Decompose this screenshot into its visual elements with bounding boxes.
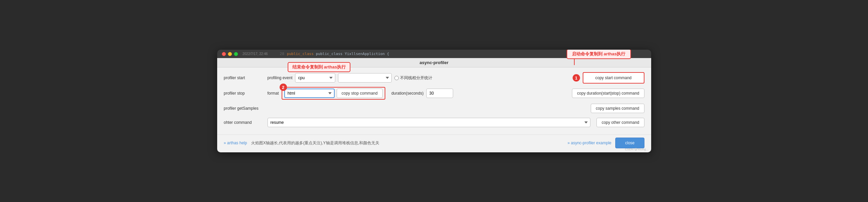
- copy-start-highlight: copy start command: [583, 72, 645, 83]
- radio-group: 不同线程分开统计: [394, 75, 432, 81]
- profiler-stop-label: profiler stop: [224, 91, 264, 96]
- event-label: profiling event: [268, 75, 293, 80]
- copy-start-button[interactable]: copy start command: [583, 73, 644, 83]
- profiler-start-row: profiler start profiling event cpu alloc…: [224, 72, 645, 83]
- dialog-titlebar: async-profiler: [217, 58, 651, 67]
- profiler-getsamples-row: profiler getSamples copy samples command: [224, 103, 645, 114]
- stop-command-highlight: html jfr collapsed flamegraph tree txt c…: [282, 87, 385, 100]
- event-select[interactable]: cpu alloc lock wall itimer: [295, 73, 335, 82]
- traffic-light-green[interactable]: [234, 52, 238, 56]
- annotation-circle-1: 1: [572, 74, 580, 81]
- close-button[interactable]: close: [615, 138, 644, 148]
- csdn-watermark: CSDN @Young...: [625, 148, 649, 151]
- format-label: format: [268, 91, 279, 96]
- annotation-stop: 结束命令复制到 arthas执行: [288, 62, 351, 72]
- profiler-stop-row: profiler stop format 2 html jfr collapse…: [224, 87, 645, 100]
- ohter-command-select[interactable]: resume version status dumpCollapsed dump…: [268, 118, 591, 127]
- footer-description: 火焰图X轴越长,代表用的越多(重点关注),Y轴是调用堆栈信息,和颜色无关: [251, 140, 564, 146]
- copy-stop-button[interactable]: copy stop command: [337, 89, 383, 98]
- arthas-help-link[interactable]: arthas help: [224, 141, 247, 145]
- annotation-start: 启动命令复制到 arthas执行: [566, 50, 631, 59]
- copy-samples-button[interactable]: copy samples command: [591, 104, 644, 113]
- second-select[interactable]: option1 option2: [338, 73, 392, 82]
- radio-thread-split[interactable]: [394, 76, 399, 80]
- annotation-circle-2: 2: [280, 83, 287, 91]
- profiler-getsamples-label: profiler getSamples: [224, 106, 264, 111]
- traffic-light-red[interactable]: [222, 52, 226, 56]
- duration-label: duration(seconds): [391, 91, 424, 96]
- line-number: 28: [280, 52, 284, 56]
- radio-label: 不同线程分开统计: [400, 75, 432, 81]
- ohter-command-row: ohter command resume version status dump…: [224, 117, 645, 128]
- profiler-start-label: profiler start: [224, 75, 264, 80]
- ohter-command-label: ohter command: [224, 120, 264, 125]
- traffic-light-yellow[interactable]: [228, 52, 232, 56]
- format-select[interactable]: html jfr collapsed flamegraph tree txt: [284, 89, 335, 98]
- copy-duration-button[interactable]: copy duration(start|stop) command: [572, 89, 644, 98]
- timestamp: 2022/7/17, 22:46: [243, 52, 268, 56]
- dialog-footer: arthas help 火焰图X轴越长,代表用的越多(重点关注),Y轴是调用堆栈…: [217, 135, 651, 152]
- code-snippet: public_class public_class YixllsenApplic…: [287, 52, 390, 56]
- copy-other-button[interactable]: copy other command: [596, 118, 644, 127]
- async-profiler-example-link[interactable]: async-profiler example: [567, 141, 612, 145]
- duration-input[interactable]: [426, 89, 453, 98]
